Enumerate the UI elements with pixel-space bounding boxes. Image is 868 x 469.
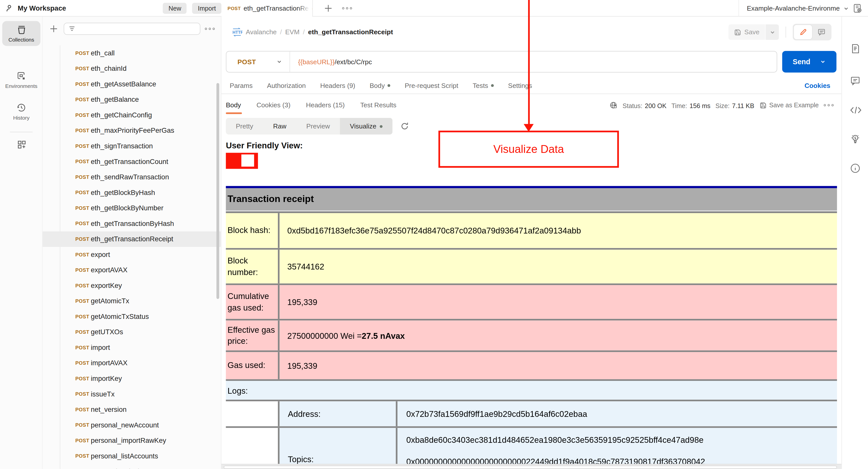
sidebar-request-eth_maxPriorityFeePerGas[interactable]: POSTeth_maxPriorityFeePerGas bbox=[42, 123, 221, 138]
sidebar-request-exportAVAX[interactable]: POSTexportAVAX bbox=[42, 262, 221, 278]
request-method-badge: POST bbox=[75, 376, 91, 381]
sidebar-request-eth_sendRawTransaction[interactable]: POSTeth_sendRawTransaction bbox=[42, 169, 221, 185]
sidebar-request-importKey[interactable]: POSTimportKey bbox=[42, 371, 221, 386]
sidebar-request-importAVAX[interactable]: POSTimportAVAX bbox=[42, 355, 221, 371]
sidebar-request-import[interactable]: POSTimport bbox=[42, 340, 221, 355]
send-button[interactable]: Send bbox=[782, 51, 836, 72]
request-name: import bbox=[91, 344, 110, 352]
horizontal-scrollbar[interactable] bbox=[221, 464, 841, 469]
table-row: Effective gas price: 27500000000 Wei = 2… bbox=[226, 319, 837, 350]
view-pretty[interactable]: Pretty bbox=[226, 118, 263, 134]
url-input-box[interactable]: POST {{baseURL}}/ext/bc/C/rpc bbox=[226, 51, 777, 72]
view-raw[interactable]: Raw bbox=[263, 118, 297, 134]
nav-environments[interactable]: Environments bbox=[2, 71, 40, 89]
workspace-title[interactable]: My Workspace bbox=[18, 4, 66, 12]
sidebar-request-personal_listAccounts[interactable]: POSTpersonal_listAccounts bbox=[42, 448, 221, 464]
sidebar-request-personal_newAccount[interactable]: POSTpersonal_newAccount bbox=[42, 417, 221, 433]
http-request-icon: HTTP bbox=[231, 28, 243, 36]
sidebar-request-eth_getTransactionByHash[interactable]: POSTeth_getTransactionByHash bbox=[42, 216, 221, 231]
comments-button[interactable] bbox=[812, 25, 831, 39]
sidebar-scrollbar[interactable] bbox=[216, 83, 219, 299]
request-name: eth_getBlockByHash bbox=[91, 189, 155, 196]
lightbulb-icon[interactable] bbox=[849, 133, 861, 145]
sidebar-request-eth_getAssetBalance[interactable]: POSTeth_getAssetBalance bbox=[42, 76, 221, 92]
sidebar-request-getUTXOs[interactable]: POSTgetUTXOs bbox=[42, 324, 221, 340]
edit-mode-button[interactable] bbox=[794, 25, 812, 39]
tests-content-dot bbox=[491, 84, 494, 87]
response-tab-body[interactable]: Body bbox=[226, 101, 241, 109]
nav-collections[interactable]: Collections bbox=[2, 21, 40, 46]
method-selector[interactable]: POST bbox=[238, 58, 256, 66]
new-button[interactable]: New bbox=[163, 3, 187, 14]
info-icon[interactable] bbox=[849, 163, 861, 174]
time-label: Time: bbox=[672, 102, 687, 109]
environment-selector[interactable]: Example-Avalanche-Environme bbox=[739, 0, 868, 17]
sidebar-request-eth_getBlockByHash[interactable]: POSTeth_getBlockByHash bbox=[42, 185, 221, 200]
response-tab-headers[interactable]: Headers (15) bbox=[306, 101, 345, 109]
sidebar-request-getAtomicTx[interactable]: POSTgetAtomicTx bbox=[42, 293, 221, 309]
rail-divider bbox=[10, 132, 33, 132]
method-chevron-icon[interactable] bbox=[277, 59, 282, 64]
sidebar-request-eth_chainId[interactable]: POSTeth_chainId bbox=[42, 61, 221, 76]
breadcrumb-collection[interactable]: Avalanche bbox=[246, 28, 277, 36]
comments-icon[interactable] bbox=[849, 75, 861, 86]
sidebar-request-exportKey[interactable]: POSTexportKey bbox=[42, 278, 221, 293]
tab-params[interactable]: Params bbox=[230, 82, 253, 89]
sidebar-request-net_version[interactable]: POSTnet_version bbox=[42, 402, 221, 417]
request-name: getUTXOs bbox=[91, 328, 123, 336]
log-topics-row: Topics: 0xba8de60c3403ec381d1d484652ea19… bbox=[226, 426, 837, 469]
cookies-link[interactable]: Cookies bbox=[805, 82, 831, 89]
filter-input[interactable] bbox=[79, 25, 189, 33]
request-name: eth_getTransactionByHash bbox=[91, 220, 174, 227]
environment-quicklook-icon[interactable] bbox=[852, 3, 863, 13]
save-as-example-button[interactable]: Save as Example bbox=[759, 101, 818, 109]
sidebar-request-personal_unlockAccount[interactable]: POSTpersonal_unlockAccount bbox=[42, 464, 221, 469]
request-method-badge: POST bbox=[75, 205, 91, 211]
filter-box[interactable] bbox=[64, 23, 200, 35]
tab-body[interactable]: Body bbox=[370, 82, 391, 89]
collections-icon bbox=[17, 25, 26, 35]
view-visualize[interactable]: Visualize bbox=[340, 118, 392, 134]
tab-tests[interactable]: Tests bbox=[472, 82, 494, 89]
save-dropdown-button[interactable] bbox=[766, 25, 779, 40]
sidebar-request-eth_getTransactionCount[interactable]: POSTeth_getTransactionCount bbox=[42, 154, 221, 169]
sidebar-request-eth_getChainConfig[interactable]: POSTeth_getChainConfig bbox=[42, 107, 221, 123]
sidebar-request-eth_getTransactionReceipt[interactable]: POSTeth_getTransactionReceipt bbox=[42, 231, 221, 247]
tab-prerequest-script[interactable]: Pre-request Script bbox=[405, 82, 459, 89]
sidebar-request-getAtomicTxStatus[interactable]: POSTgetAtomicTxStatus bbox=[42, 309, 221, 324]
response-tab-test-results[interactable]: Test Results bbox=[360, 101, 397, 109]
response-tab-cookies[interactable]: Cookies (3) bbox=[256, 101, 290, 109]
scrollbar-thumb[interactable] bbox=[224, 466, 837, 469]
view-preview[interactable]: Preview bbox=[297, 118, 340, 134]
breadcrumb-request-name[interactable]: eth_getTransactionReceipt bbox=[308, 28, 393, 36]
sidebar-options-icon[interactable] bbox=[205, 28, 215, 30]
nav-history[interactable]: History bbox=[2, 102, 40, 121]
sidebar-request-eth_getBlockByNumber[interactable]: POSTeth_getBlockByNumber bbox=[42, 200, 221, 216]
user-friendly-view-checkbox[interactable] bbox=[226, 153, 258, 169]
documentation-icon[interactable] bbox=[849, 43, 861, 54]
nav-more-blocks[interactable] bbox=[2, 139, 40, 150]
request-name: personal_unlockAccount bbox=[91, 468, 166, 469]
import-button[interactable]: Import bbox=[192, 3, 221, 14]
response-options-icon[interactable] bbox=[824, 104, 834, 106]
refresh-icon[interactable] bbox=[400, 122, 409, 130]
tab-options-icon[interactable] bbox=[342, 7, 352, 9]
tab-headers[interactable]: Headers (9) bbox=[320, 82, 355, 89]
save-button[interactable]: Save bbox=[728, 25, 765, 40]
url-value[interactable]: {{baseURL}}/ext/bc/C/rpc bbox=[298, 58, 372, 66]
add-request-icon[interactable] bbox=[50, 25, 58, 33]
breadcrumb-folder[interactable]: EVM bbox=[285, 28, 300, 36]
sidebar-request-eth_getBalance[interactable]: POSTeth_getBalance bbox=[42, 92, 221, 107]
code-icon[interactable] bbox=[849, 105, 862, 115]
request-name: exportKey bbox=[91, 282, 122, 290]
request-tab[interactable]: POST eth_getTransactionRece bbox=[221, 0, 313, 17]
sidebar-request-eth_call[interactable]: POSTeth_call bbox=[42, 45, 221, 61]
new-tab-plus-icon[interactable] bbox=[324, 4, 333, 12]
sidebar-request-personal_importRawKey[interactable]: POSTpersonal_importRawKey bbox=[42, 433, 221, 448]
sidebar-request-export[interactable]: POSTexport bbox=[42, 247, 221, 262]
sidebar-request-issueTx[interactable]: POSTissueTx bbox=[42, 386, 221, 402]
sidebar-request-eth_signTransaction[interactable]: POSTeth_signTransaction bbox=[42, 138, 221, 154]
request-name: getAtomicTxStatus bbox=[91, 313, 149, 321]
tab-authorization[interactable]: Authorization bbox=[267, 82, 306, 89]
send-options-chevron-icon[interactable] bbox=[820, 59, 826, 64]
